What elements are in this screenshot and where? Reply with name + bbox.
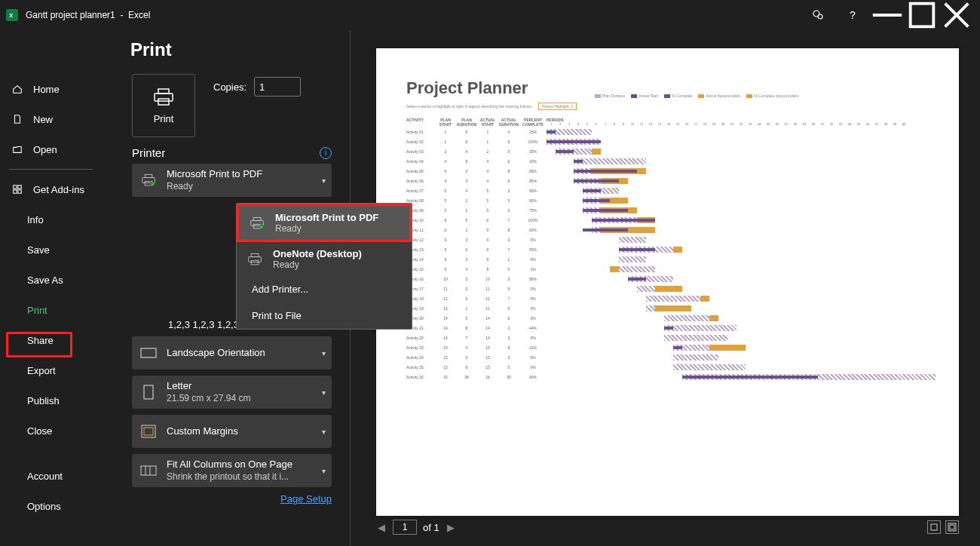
preview-row: Activity 13969750% (406, 244, 936, 254)
preview-row: Activity 05424885% (406, 166, 936, 176)
prev-page-button[interactable]: ◀ (376, 522, 387, 533)
svg-rect-26 (253, 217, 261, 220)
preview-rows: Activity 01151425%Activity 021616100%Act… (406, 127, 936, 382)
preview-row: Activity 251581550% (406, 362, 936, 372)
preview-row: Activity 08525560% (406, 195, 936, 205)
svg-rect-19 (141, 348, 156, 357)
svg-rect-9 (18, 186, 21, 189)
svg-rect-35 (950, 525, 954, 529)
preview-row: Activity 241551535% (406, 352, 936, 362)
print-preview-column: Project Planner Select a period to highl… (351, 30, 980, 546)
svg-rect-10 (14, 190, 17, 193)
margins-dropdown[interactable]: Custom Margins ▾ (132, 415, 332, 448)
nav-export[interactable]: Export (0, 355, 102, 385)
help-icon[interactable]: ? (835, 0, 870, 30)
print-to-file-action[interactable]: Print to File (237, 302, 412, 329)
next-page-button[interactable]: ▶ (446, 522, 456, 533)
printer-icon (244, 251, 265, 268)
preview-legend: Plan DurationActual Start% CompleteActua… (595, 94, 798, 98)
nav-save[interactable]: Save (0, 235, 102, 265)
preview-row: Activity 1594851% (406, 264, 936, 274)
print-button[interactable]: Print (132, 74, 195, 137)
svg-rect-12 (158, 89, 169, 94)
preview-row: Activity 03242535% (406, 146, 936, 156)
nav-addins[interactable]: Get Add-ins (0, 174, 102, 204)
nav-info[interactable]: Info (0, 204, 102, 235)
nav-account[interactable]: Account (0, 461, 102, 491)
preview-row: Activity 07545350% (406, 186, 936, 195)
nav-new[interactable]: New (0, 104, 102, 134)
chevron-down-icon: ▾ (322, 428, 326, 436)
printer-dropdown[interactable]: Microsoft Print to PDFReady ▾ (132, 164, 332, 197)
printer-icon (138, 172, 159, 189)
window-title: Gantt project planner1 - Excel (26, 10, 150, 20)
zoom-fit-button[interactable] (945, 520, 959, 534)
preview-row: Activity 09525675% (406, 205, 936, 215)
printer-icon (247, 215, 268, 232)
scaling-icon (138, 462, 159, 479)
svg-rect-13 (155, 94, 173, 101)
paper-size-dropdown[interactable]: Letter21.59 cm x 27.94 cm ▾ (132, 376, 332, 409)
nav-home[interactable]: Home (0, 74, 102, 104)
printer-option-onenote[interactable]: OneNote (Desktop)Ready (237, 242, 412, 276)
page-total: of 1 (423, 522, 439, 533)
svg-rect-32 (251, 260, 259, 265)
printer-heading: Printer (132, 146, 165, 159)
svg-rect-23 (141, 466, 156, 475)
excel-icon: X (6, 9, 18, 21)
svg-point-3 (818, 14, 822, 19)
main-area: Print Print Copies: Printer i Microsoft … (102, 30, 980, 546)
open-icon (12, 144, 24, 155)
preview-row: Activity 2114814244% (406, 323, 936, 333)
orientation-dropdown[interactable]: Landscape Orientation ▾ (132, 336, 332, 370)
nav-close[interactable]: Close (0, 416, 102, 446)
copies-label: Copies: (213, 81, 247, 93)
close-icon[interactable] (939, 0, 974, 30)
svg-point-18 (151, 182, 155, 186)
nav-saveas[interactable]: Save As (0, 265, 102, 295)
add-printer-action[interactable]: Add Printer... (237, 276, 412, 302)
nav-print[interactable]: Print (0, 295, 102, 325)
preview-row: Activity 191211250% (406, 303, 936, 313)
margins-icon (138, 423, 159, 440)
printer-info-icon[interactable]: i (320, 147, 332, 159)
printer-option-ms-pdf[interactable]: Microsoft Print to PDFReady (237, 204, 412, 242)
nav-open[interactable]: Open (0, 134, 102, 164)
maximize-icon[interactable] (905, 0, 939, 30)
svg-point-29 (259, 225, 264, 229)
preview-row: Activity 201451460% (406, 313, 936, 323)
scaling-dropdown[interactable]: Fit All Columns on One PageShrink the pr… (132, 454, 332, 487)
page-setup-link[interactable]: Page Setup (280, 493, 332, 505)
nav-publish[interactable]: Publish (0, 385, 102, 416)
annotation-highlight-print (6, 332, 72, 357)
printer-dropdown-popup: Microsoft Print to PDFReady OneNote (Des… (236, 203, 412, 330)
svg-text:X: X (9, 12, 13, 19)
chevron-down-icon: ▾ (322, 388, 326, 397)
svg-rect-11 (18, 190, 21, 193)
preview-row: Activity 1493910% (406, 254, 936, 264)
minimize-icon[interactable] (870, 0, 905, 30)
chevron-down-icon: ▾ (322, 176, 326, 185)
preview-row: Activity 04484610% (406, 156, 936, 166)
backstage-nav: Home New Open Get Add-ins Info Save Save… (0, 30, 102, 546)
new-icon (12, 114, 24, 124)
svg-rect-8 (14, 186, 17, 189)
copies-input[interactable] (254, 77, 301, 97)
page-icon (138, 384, 159, 400)
preview-row: Activity 181261270% (406, 293, 936, 303)
preview-row: Activity 221471430% (406, 333, 936, 342)
svg-rect-5 (911, 4, 934, 27)
chevron-down-icon: ▾ (322, 467, 326, 475)
home-icon (12, 84, 24, 94)
coming-soon-icon[interactable] (801, 0, 835, 30)
chevron-down-icon: ▾ (322, 349, 326, 357)
svg-rect-22 (144, 428, 153, 435)
svg-rect-14 (158, 99, 169, 105)
preview-row: Activity 261628163050% (406, 372, 936, 382)
page-title: Print (130, 39, 332, 60)
zoom-to-page-button[interactable] (927, 520, 941, 534)
landscape-icon (138, 345, 159, 361)
nav-options[interactable]: Options (0, 491, 102, 521)
svg-rect-31 (249, 256, 262, 262)
page-number-input[interactable] (393, 520, 417, 535)
